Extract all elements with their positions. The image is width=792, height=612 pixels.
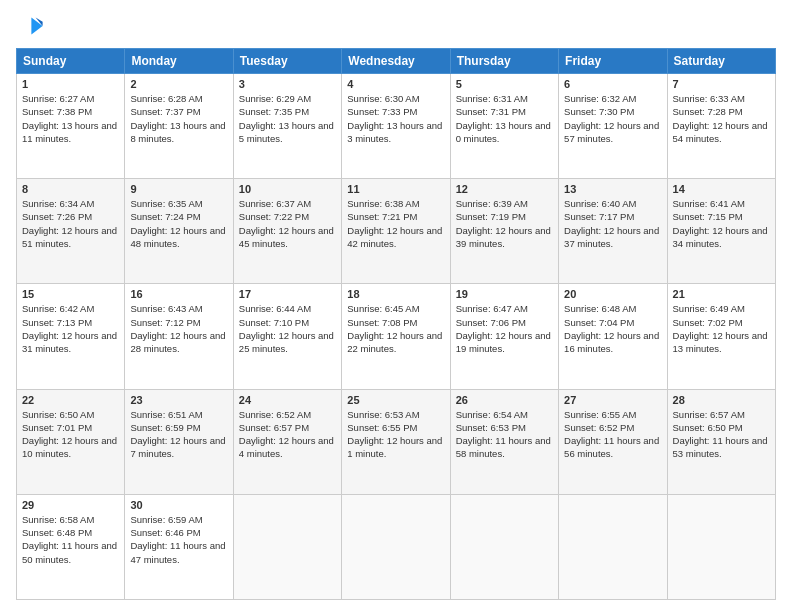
day-info: Sunrise: 6:48 AM Sunset: 7:04 PM Dayligh…: [564, 302, 661, 355]
day-info: Sunrise: 6:34 AM Sunset: 7:26 PM Dayligh…: [22, 197, 119, 250]
day-number: 26: [456, 394, 553, 406]
header: [16, 12, 776, 40]
calendar-cell: 5 Sunrise: 6:31 AM Sunset: 7:31 PM Dayli…: [450, 74, 558, 179]
calendar-cell: [233, 494, 341, 599]
calendar-cell: 16 Sunrise: 6:43 AM Sunset: 7:12 PM Dayl…: [125, 284, 233, 389]
calendar-cell: 23 Sunrise: 6:51 AM Sunset: 6:59 PM Dayl…: [125, 389, 233, 494]
day-header-wednesday: Wednesday: [342, 49, 450, 74]
day-number: 22: [22, 394, 119, 406]
logo-icon: [16, 12, 44, 40]
day-info: Sunrise: 6:52 AM Sunset: 6:57 PM Dayligh…: [239, 408, 336, 461]
day-number: 18: [347, 288, 444, 300]
day-header-sunday: Sunday: [17, 49, 125, 74]
day-number: 29: [22, 499, 119, 511]
day-number: 17: [239, 288, 336, 300]
day-info: Sunrise: 6:29 AM Sunset: 7:35 PM Dayligh…: [239, 92, 336, 145]
calendar-week-1: 8 Sunrise: 6:34 AM Sunset: 7:26 PM Dayli…: [17, 179, 776, 284]
calendar-cell: 6 Sunrise: 6:32 AM Sunset: 7:30 PM Dayli…: [559, 74, 667, 179]
calendar-cell: 15 Sunrise: 6:42 AM Sunset: 7:13 PM Dayl…: [17, 284, 125, 389]
calendar-cell: 29 Sunrise: 6:58 AM Sunset: 6:48 PM Dayl…: [17, 494, 125, 599]
calendar-cell: 14 Sunrise: 6:41 AM Sunset: 7:15 PM Dayl…: [667, 179, 775, 284]
calendar-cell: 8 Sunrise: 6:34 AM Sunset: 7:26 PM Dayli…: [17, 179, 125, 284]
day-info: Sunrise: 6:39 AM Sunset: 7:19 PM Dayligh…: [456, 197, 553, 250]
calendar-cell: 12 Sunrise: 6:39 AM Sunset: 7:19 PM Dayl…: [450, 179, 558, 284]
day-number: 8: [22, 183, 119, 195]
calendar-cell: 9 Sunrise: 6:35 AM Sunset: 7:24 PM Dayli…: [125, 179, 233, 284]
day-info: Sunrise: 6:47 AM Sunset: 7:06 PM Dayligh…: [456, 302, 553, 355]
day-info: Sunrise: 6:58 AM Sunset: 6:48 PM Dayligh…: [22, 513, 119, 566]
day-info: Sunrise: 6:44 AM Sunset: 7:10 PM Dayligh…: [239, 302, 336, 355]
calendar-cell: 11 Sunrise: 6:38 AM Sunset: 7:21 PM Dayl…: [342, 179, 450, 284]
day-info: Sunrise: 6:59 AM Sunset: 6:46 PM Dayligh…: [130, 513, 227, 566]
day-number: 21: [673, 288, 770, 300]
calendar-cell: 25 Sunrise: 6:53 AM Sunset: 6:55 PM Dayl…: [342, 389, 450, 494]
calendar-cell: 20 Sunrise: 6:48 AM Sunset: 7:04 PM Dayl…: [559, 284, 667, 389]
day-header-monday: Monday: [125, 49, 233, 74]
day-info: Sunrise: 6:45 AM Sunset: 7:08 PM Dayligh…: [347, 302, 444, 355]
day-info: Sunrise: 6:31 AM Sunset: 7:31 PM Dayligh…: [456, 92, 553, 145]
day-number: 9: [130, 183, 227, 195]
day-number: 2: [130, 78, 227, 90]
day-info: Sunrise: 6:51 AM Sunset: 6:59 PM Dayligh…: [130, 408, 227, 461]
day-info: Sunrise: 6:33 AM Sunset: 7:28 PM Dayligh…: [673, 92, 770, 145]
calendar-week-2: 15 Sunrise: 6:42 AM Sunset: 7:13 PM Dayl…: [17, 284, 776, 389]
day-info: Sunrise: 6:50 AM Sunset: 7:01 PM Dayligh…: [22, 408, 119, 461]
day-info: Sunrise: 6:54 AM Sunset: 6:53 PM Dayligh…: [456, 408, 553, 461]
day-info: Sunrise: 6:35 AM Sunset: 7:24 PM Dayligh…: [130, 197, 227, 250]
calendar-cell: 24 Sunrise: 6:52 AM Sunset: 6:57 PM Dayl…: [233, 389, 341, 494]
calendar-cell: 22 Sunrise: 6:50 AM Sunset: 7:01 PM Dayl…: [17, 389, 125, 494]
calendar-cell: [667, 494, 775, 599]
day-number: 15: [22, 288, 119, 300]
day-info: Sunrise: 6:30 AM Sunset: 7:33 PM Dayligh…: [347, 92, 444, 145]
day-number: 30: [130, 499, 227, 511]
day-number: 1: [22, 78, 119, 90]
day-number: 6: [564, 78, 661, 90]
day-number: 27: [564, 394, 661, 406]
day-number: 10: [239, 183, 336, 195]
day-info: Sunrise: 6:49 AM Sunset: 7:02 PM Dayligh…: [673, 302, 770, 355]
day-number: 3: [239, 78, 336, 90]
calendar-cell: 10 Sunrise: 6:37 AM Sunset: 7:22 PM Dayl…: [233, 179, 341, 284]
calendar-cell: 18 Sunrise: 6:45 AM Sunset: 7:08 PM Dayl…: [342, 284, 450, 389]
day-number: 5: [456, 78, 553, 90]
day-info: Sunrise: 6:41 AM Sunset: 7:15 PM Dayligh…: [673, 197, 770, 250]
day-number: 11: [347, 183, 444, 195]
calendar-cell: 28 Sunrise: 6:57 AM Sunset: 6:50 PM Dayl…: [667, 389, 775, 494]
calendar-cell: [450, 494, 558, 599]
calendar-cell: 26 Sunrise: 6:54 AM Sunset: 6:53 PM Dayl…: [450, 389, 558, 494]
calendar-cell: 2 Sunrise: 6:28 AM Sunset: 7:37 PM Dayli…: [125, 74, 233, 179]
calendar-cell: 17 Sunrise: 6:44 AM Sunset: 7:10 PM Dayl…: [233, 284, 341, 389]
calendar-cell: 21 Sunrise: 6:49 AM Sunset: 7:02 PM Dayl…: [667, 284, 775, 389]
day-number: 13: [564, 183, 661, 195]
calendar-cell: [342, 494, 450, 599]
day-info: Sunrise: 6:42 AM Sunset: 7:13 PM Dayligh…: [22, 302, 119, 355]
svg-marker-0: [31, 18, 42, 35]
day-number: 28: [673, 394, 770, 406]
calendar-cell: 30 Sunrise: 6:59 AM Sunset: 6:46 PM Dayl…: [125, 494, 233, 599]
calendar-header-row: SundayMondayTuesdayWednesdayThursdayFrid…: [17, 49, 776, 74]
day-header-tuesday: Tuesday: [233, 49, 341, 74]
calendar-cell: 1 Sunrise: 6:27 AM Sunset: 7:38 PM Dayli…: [17, 74, 125, 179]
day-number: 14: [673, 183, 770, 195]
calendar-week-4: 29 Sunrise: 6:58 AM Sunset: 6:48 PM Dayl…: [17, 494, 776, 599]
day-number: 19: [456, 288, 553, 300]
calendar-cell: 27 Sunrise: 6:55 AM Sunset: 6:52 PM Dayl…: [559, 389, 667, 494]
day-header-thursday: Thursday: [450, 49, 558, 74]
day-number: 24: [239, 394, 336, 406]
day-number: 12: [456, 183, 553, 195]
calendar-cell: 3 Sunrise: 6:29 AM Sunset: 7:35 PM Dayli…: [233, 74, 341, 179]
calendar-cell: [559, 494, 667, 599]
day-number: 23: [130, 394, 227, 406]
day-info: Sunrise: 6:53 AM Sunset: 6:55 PM Dayligh…: [347, 408, 444, 461]
calendar: SundayMondayTuesdayWednesdayThursdayFrid…: [16, 48, 776, 600]
calendar-cell: 4 Sunrise: 6:30 AM Sunset: 7:33 PM Dayli…: [342, 74, 450, 179]
day-number: 16: [130, 288, 227, 300]
calendar-week-0: 1 Sunrise: 6:27 AM Sunset: 7:38 PM Dayli…: [17, 74, 776, 179]
calendar-cell: 13 Sunrise: 6:40 AM Sunset: 7:17 PM Dayl…: [559, 179, 667, 284]
day-info: Sunrise: 6:38 AM Sunset: 7:21 PM Dayligh…: [347, 197, 444, 250]
calendar-week-3: 22 Sunrise: 6:50 AM Sunset: 7:01 PM Dayl…: [17, 389, 776, 494]
calendar-cell: 19 Sunrise: 6:47 AM Sunset: 7:06 PM Dayl…: [450, 284, 558, 389]
day-number: 20: [564, 288, 661, 300]
day-number: 7: [673, 78, 770, 90]
day-info: Sunrise: 6:55 AM Sunset: 6:52 PM Dayligh…: [564, 408, 661, 461]
